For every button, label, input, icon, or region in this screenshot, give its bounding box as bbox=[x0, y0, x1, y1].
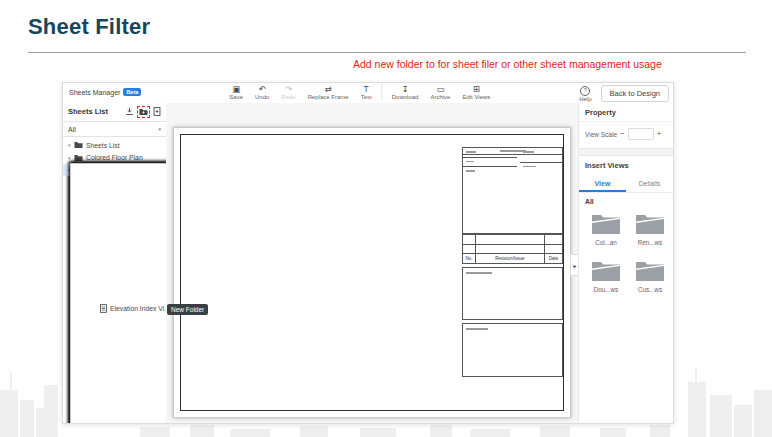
toolbar-button-label: Replace Frame bbox=[308, 94, 349, 100]
tree-row[interactable]: Colored Floor Plan bbox=[63, 151, 166, 163]
insert-views-tab[interactable]: Details bbox=[626, 176, 673, 192]
toolbar-button[interactable]: ▭ Archive bbox=[424, 84, 456, 100]
tree-row[interactable]: Sheets List bbox=[63, 139, 166, 151]
sheets-list-header: Sheets List bbox=[63, 103, 166, 120]
view-scale-input[interactable] bbox=[628, 128, 654, 140]
panel-section-divider bbox=[579, 148, 673, 156]
title-block: No. Revision/Issue Date bbox=[462, 147, 563, 410]
revision-table: No. Revision/Issue Date bbox=[462, 234, 563, 264]
scale-increase-icon[interactable]: + bbox=[657, 130, 662, 138]
toolbar-button[interactable]: ⊞ Edit Views bbox=[456, 84, 496, 100]
folder-thumbnail-label: Ren...ws bbox=[638, 239, 663, 246]
toolbar-button-label: Archive bbox=[430, 94, 450, 100]
revision-no-label: No. bbox=[463, 254, 475, 263]
import-sheet-icon[interactable] bbox=[125, 107, 134, 116]
view-folder-thumbnail[interactable]: Cus...ws bbox=[631, 260, 669, 293]
toolbar-button-label: Text bbox=[361, 94, 372, 100]
view-scale-label: View Scale bbox=[585, 131, 617, 138]
tree-item-label: Elevation Index Vi... bbox=[110, 305, 167, 312]
insert-views-title: Insert Views bbox=[579, 156, 673, 174]
toolbar-button-label: Save bbox=[229, 94, 243, 100]
toolbar-button[interactable]: ↶ Undo bbox=[249, 84, 275, 100]
app-header-bar: Sheets Manager Beta ▣ Save ↶ Undo ↷ Redo… bbox=[63, 83, 673, 104]
slide: Sheet Filter Add new folder to for sheet… bbox=[0, 0, 772, 437]
sheet-tree: Sheets List Cover bbox=[63, 139, 166, 423]
page-title: Sheet Filter bbox=[28, 14, 150, 40]
tab-label: Details bbox=[639, 180, 660, 187]
revision-issue-label: Revision/Issue bbox=[475, 254, 544, 263]
appbar-right-group: Help Back to Design bbox=[579, 85, 669, 102]
right-panel: Property View Scale − + Insert Views Vie… bbox=[578, 103, 673, 423]
main-toolbar: ▣ Save ↶ Undo ↷ Redo ⇄ Replace Frame T T… bbox=[223, 84, 496, 100]
view-folder-thumbnail[interactable]: Dou...ws bbox=[587, 260, 625, 293]
views-filter-label: All bbox=[579, 193, 673, 207]
folder-thumbnail-label: Col...an bbox=[595, 239, 617, 246]
toolbar-button-icon: ↶ bbox=[259, 84, 266, 94]
folder-thumbnail-icon bbox=[591, 213, 621, 235]
property-panel-title: Property bbox=[579, 103, 673, 122]
new-folder-tooltip: New Folder bbox=[167, 304, 208, 315]
toolbar-button[interactable]: ▣ Save bbox=[223, 84, 249, 100]
toolbar-button-label: Redo bbox=[281, 94, 295, 100]
new-folder-icon[interactable] bbox=[139, 108, 148, 116]
sheet-icon bbox=[100, 304, 107, 313]
view-folder-thumbnail[interactable]: Ren...ws bbox=[631, 213, 669, 246]
tree-item-label: Colored Floor Plan bbox=[86, 154, 143, 161]
tab-label: View bbox=[595, 180, 611, 187]
app-brand: Sheets Manager Beta bbox=[69, 88, 141, 96]
insert-views-tab[interactable]: View bbox=[579, 176, 626, 192]
project-info-area bbox=[462, 267, 563, 320]
toolbar-button[interactable]: ↷ Redo bbox=[275, 84, 301, 100]
beta-badge: Beta bbox=[123, 88, 141, 96]
folder-thumbnail-label: Dou...ws bbox=[594, 286, 619, 293]
help-label: Help bbox=[579, 96, 591, 102]
folder-icon bbox=[74, 141, 83, 149]
view-thumbnails: Col...an Ren...ws Dou...ws Cus...ws bbox=[579, 207, 673, 293]
sheet-canvas[interactable]: No. Revision/Issue Date bbox=[166, 103, 579, 423]
sheet-info-area bbox=[462, 147, 563, 177]
revision-date-label: Date bbox=[544, 254, 562, 263]
new-sheet-icon[interactable] bbox=[153, 107, 161, 116]
folder-thumbnail-icon bbox=[591, 260, 621, 282]
sheets-list-actions bbox=[125, 106, 161, 118]
toolbar-button-icon: ↧ bbox=[401, 84, 408, 94]
toolbar-button-label: Edit Views bbox=[462, 94, 490, 100]
new-folder-highlight bbox=[137, 106, 150, 118]
app-window: Sheets Manager Beta ▣ Save ↶ Undo ↷ Redo… bbox=[62, 82, 674, 424]
folder-thumbnail-label: Cus...ws bbox=[638, 286, 662, 293]
folder-thumbnail-icon bbox=[635, 213, 665, 235]
tree-row[interactable]: Elevation Index Vi... bbox=[70, 163, 167, 423]
toolbar-button-icon: T bbox=[364, 84, 369, 94]
scale-decrease-icon[interactable]: − bbox=[620, 130, 625, 138]
toolbar-button-icon: ⇄ bbox=[325, 84, 332, 94]
client-info-area bbox=[462, 323, 563, 377]
tree-item-label: Sheets List bbox=[86, 142, 120, 149]
toolbar-button-icon: ↷ bbox=[285, 84, 292, 94]
insert-views-tabs: View Details bbox=[579, 176, 673, 193]
toolbar-button-label: Undo bbox=[255, 94, 269, 100]
toolbar-button-icon: ⊞ bbox=[473, 84, 480, 94]
app-brand-label: Sheets Manager bbox=[69, 89, 120, 96]
folder-icon bbox=[74, 154, 83, 162]
toolbar-button-label: Download bbox=[392, 94, 419, 100]
view-folder-thumbnail[interactable]: Col...an bbox=[587, 213, 625, 246]
toolbar-button[interactable]: ⇄ Replace Frame bbox=[302, 84, 355, 100]
title-divider bbox=[28, 52, 746, 53]
sheet-filter-value: All bbox=[68, 126, 76, 133]
help-icon bbox=[580, 86, 590, 96]
sheets-sidebar: Sheets List All bbox=[63, 103, 167, 423]
sheet-page[interactable]: No. Revision/Issue Date bbox=[173, 127, 571, 418]
sheet-filter-select[interactable]: All bbox=[63, 121, 166, 137]
toolbar-button-icon: ▭ bbox=[436, 84, 444, 94]
annotation-text: Add new folder to for sheet filer or oth… bbox=[353, 58, 662, 70]
folder-thumbnail-icon bbox=[635, 260, 665, 282]
chevron-down-icon bbox=[158, 126, 161, 132]
toolbar-button-icon: ▣ bbox=[232, 84, 240, 94]
back-to-design-button[interactable]: Back to Design bbox=[601, 85, 669, 102]
view-scale-row: View Scale − + bbox=[579, 122, 673, 148]
toolbar-button[interactable]: ↧ Download bbox=[382, 84, 425, 100]
help-button[interactable]: Help bbox=[579, 86, 591, 102]
sheets-list-title: Sheets List bbox=[68, 107, 108, 116]
toolbar-button[interactable]: T Text bbox=[355, 84, 378, 100]
